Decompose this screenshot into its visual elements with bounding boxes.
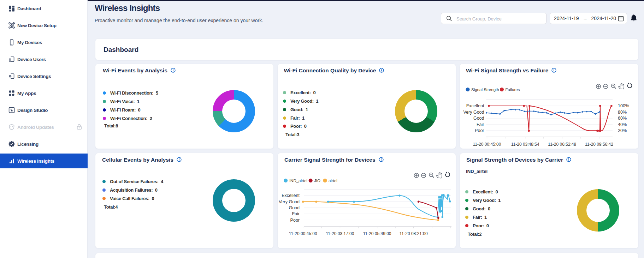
svg-text:11-20 06:52:48: 11-20 06:52:48 [548,142,576,147]
svg-text:Excellent: Excellent [282,193,300,198]
svg-text:11-20 00:45:00: 11-20 00:45:00 [289,231,317,236]
svg-text:11-20 03:48:54: 11-20 03:48:54 [511,142,539,147]
svg-text:11-20 08:21:00: 11-20 08:21:00 [400,231,428,236]
svg-text:40%: 40% [618,122,627,127]
svg-text:Very Good: Very Good [463,110,484,115]
svg-text:20%: 20% [618,128,627,133]
svg-text:11-20 05:49:00: 11-20 05:49:00 [363,231,391,236]
svg-text:Signal Strength: Signal Strength [471,88,499,92]
svg-text:JIO: JIO [314,179,320,183]
svg-text:11-20 09:56:42: 11-20 09:56:42 [585,142,613,147]
svg-text:11-20 00:45:00: 11-20 00:45:00 [473,142,501,147]
svg-text:IND_airtel: IND_airtel [289,179,307,183]
svg-text:100%: 100% [618,103,629,108]
svg-text:60%: 60% [618,116,627,121]
svg-text:80%: 80% [618,110,627,115]
svg-text:Good: Good [473,116,484,121]
svg-text:Fair: Fair [477,122,484,127]
svg-text:11-20 03:17:00: 11-20 03:17:00 [326,231,354,236]
svg-text:Failures: Failures [506,88,520,92]
svg-text:Good: Good [289,205,300,210]
svg-text:Very Good: Very Good [279,199,300,204]
svg-text:Poor: Poor [290,218,300,223]
svg-text:Poor: Poor [475,128,484,133]
svg-text:Fair: Fair [292,211,300,216]
svg-text:Excellent: Excellent [466,103,484,108]
svg-text:airtel: airtel [329,179,337,183]
